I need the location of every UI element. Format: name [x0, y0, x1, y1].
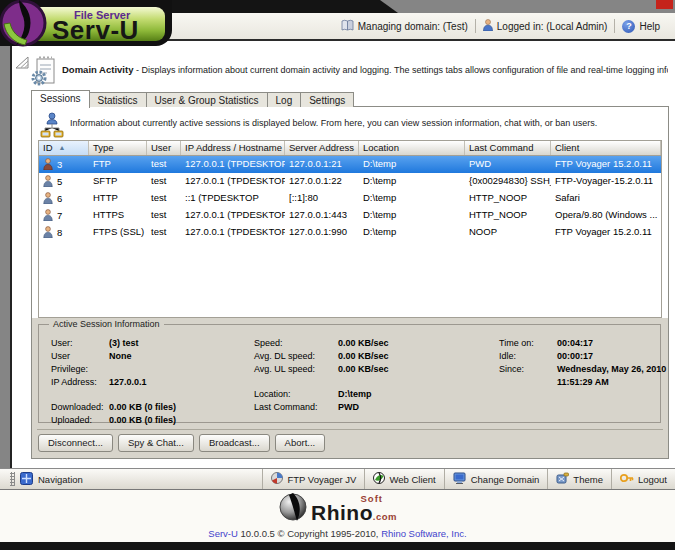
web-client-button[interactable]: Web Client	[364, 469, 443, 489]
web-client-label: Web Client	[389, 474, 435, 485]
session-user-icon	[43, 192, 53, 206]
asi-label: Avg. DL speed:	[254, 350, 338, 363]
session-user-icon	[43, 175, 53, 189]
asi-label: Since:	[499, 363, 557, 389]
asi-label: Last Command:	[254, 401, 338, 414]
page-description: - Displays information about current dom…	[136, 65, 668, 75]
asi-label: User Privilege:	[51, 350, 109, 376]
brand-plate: File Server Serv-U	[0, 0, 172, 46]
left-gutter	[0, 46, 12, 468]
session-row[interactable]: 7 HTTPS test 127.0.0.1 (TPDESKTOP 127.0.…	[39, 207, 661, 224]
logout-label: Logout	[638, 474, 667, 485]
column-header-client[interactable]: Client	[551, 141, 661, 155]
help-icon: ?	[622, 20, 635, 33]
navigation-toggle[interactable]: Navigation	[0, 472, 83, 487]
asi-label: Downloaded:	[51, 401, 109, 414]
managing-domain-status: Managing domain: (Test)	[334, 19, 475, 33]
navigation-label: Navigation	[38, 474, 83, 485]
asi-label: Uploaded:	[51, 414, 109, 427]
asi-value: 00:00:17	[557, 350, 666, 363]
change-domain-label: Change Domain	[471, 474, 540, 485]
rhino-sphere-icon	[278, 492, 308, 526]
asi-column-3: Time on:00:04:17 Idle:00:00:17 Since:Wed…	[499, 337, 666, 389]
column-header-type[interactable]: Type	[89, 141, 147, 155]
column-header-ip[interactable]: IP Address / Hostname	[181, 141, 285, 155]
tab-settings[interactable]: Settings	[300, 92, 354, 107]
bottom-black-band	[0, 542, 675, 550]
actions-divider	[37, 429, 663, 430]
ftp-voyager-icon	[271, 472, 283, 486]
session-row[interactable]: 6 HTTP test ::1 (TPDESKTOP [::1]:80 D:\t…	[39, 190, 661, 207]
asi-column-1: User:(3) test User Privilege:None IP Add…	[51, 337, 176, 427]
collapse-handle-icon[interactable]	[15, 55, 29, 73]
asi-value: Wednesday, May 26, 2010	[557, 364, 666, 374]
disconnect-button[interactable]: Disconnect...	[38, 434, 113, 452]
active-session-info-group: Active Session Information User:(3) test…	[38, 324, 661, 423]
column-header-last-command[interactable]: Last Command	[465, 141, 551, 155]
ftp-voyager-label: FTP Voyager JV	[287, 474, 356, 485]
asi-label: Location:	[254, 388, 338, 401]
asi-value: 0.00 KB/sec	[338, 363, 389, 376]
domain-book-icon	[341, 19, 354, 33]
tab-user-group-statistics[interactable]: User & Group Statistics	[146, 92, 268, 107]
asi-value: 127.0.0.1	[109, 376, 176, 389]
theme-label: Theme	[573, 474, 603, 485]
tab-log[interactable]: Log	[267, 92, 302, 107]
asi-label: Time on:	[499, 337, 557, 350]
change-domain-icon	[453, 472, 467, 486]
asi-value: (3) test	[109, 337, 176, 350]
asi-label: Avg. UL speed:	[254, 363, 338, 376]
asi-value: PWD	[338, 401, 389, 414]
tab-statistics[interactable]: Statistics	[89, 92, 147, 107]
column-header-location[interactable]: Location	[359, 141, 465, 155]
sessions-info-text: Information about currently active sessi…	[70, 118, 662, 128]
help-label: Help	[639, 21, 660, 32]
asi-value: 0.00 KB/sec	[338, 337, 389, 350]
logged-in-status: Logged in: (Local Admin)	[476, 19, 615, 33]
session-row[interactable]: 8 FTPS (SSL) test 127.0.0.1 (TPDESKTOP 1…	[39, 224, 661, 241]
logout-button[interactable]: Logout	[611, 469, 675, 489]
domain-activity-icon	[30, 56, 57, 91]
user-icon	[483, 19, 493, 33]
sessions-table: ID▲ Type User IP Address / Hostname Serv…	[38, 140, 662, 318]
session-row[interactable]: 3 FTP test 127.0.0.1 (TPDESKTOP 127.0.0.…	[39, 156, 661, 173]
help-button[interactable]: ? Help	[615, 20, 667, 33]
asi-value-line2: 11:51:29 AM	[557, 377, 609, 387]
managing-domain-label: Managing domain: (Test)	[358, 21, 468, 32]
table-header-row: ID▲ Type User IP Address / Hostname Serv…	[39, 141, 661, 156]
spy-chat-button[interactable]: Spy & Chat...	[118, 434, 194, 452]
change-domain-button[interactable]: Change Domain	[444, 469, 548, 489]
com-wordmark: .com	[373, 511, 397, 522]
column-header-user[interactable]: User	[147, 141, 181, 155]
asi-value: 0.00 KB (0 files)	[109, 414, 176, 427]
asi-value: D:\temp	[338, 388, 389, 401]
column-header-server-address[interactable]: Server Address	[285, 141, 359, 155]
asi-label: User:	[51, 337, 109, 350]
broadcast-button[interactable]: Broadcast...	[199, 434, 270, 452]
bottom-navbar: Navigation FTP Voyager JV Web Client Cha…	[0, 468, 675, 490]
rhinosoft-logo: Rhino Soft .com	[0, 492, 675, 526]
soft-wordmark: Soft	[361, 493, 383, 504]
session-user-icon	[43, 158, 53, 172]
abort-button[interactable]: Abort...	[275, 434, 326, 452]
session-user-icon	[43, 226, 53, 240]
active-session-info-legend: Active Session Information	[49, 319, 164, 329]
session-user-icon	[43, 209, 53, 223]
column-header-id[interactable]: ID▲	[39, 141, 89, 155]
corner-red-badge	[656, 0, 673, 9]
logged-in-label: Logged in: (Local Admin)	[497, 21, 608, 32]
drag-grip-icon[interactable]	[10, 472, 15, 486]
navbar-buttons: FTP Voyager JV Web Client Change Domain …	[262, 469, 675, 489]
tab-sessions[interactable]: Sessions	[31, 90, 90, 108]
footer: Rhino Soft .com Serv-U 10.0.0.5 © Copyri…	[0, 490, 675, 542]
ftp-voyager-button[interactable]: FTP Voyager JV	[262, 469, 364, 489]
session-row[interactable]: 5 SFTP test 127.0.0.1 (TPDESKTOP 127.0.0…	[39, 173, 661, 190]
action-button-row: Disconnect... Spy & Chat... Broadcast...…	[38, 434, 325, 452]
page-title: Domain Activity	[62, 64, 133, 75]
rhino-software-link[interactable]: Rhino Software, Inc.	[381, 528, 467, 539]
asi-label: Speed:	[254, 337, 338, 350]
page-title-block: Domain Activity - Displays information a…	[62, 64, 668, 75]
serv-u-link[interactable]: Serv-U	[208, 528, 238, 539]
theme-button[interactable]: Theme	[547, 469, 611, 489]
rhino-wordmark: Rhino Soft .com	[311, 493, 397, 525]
